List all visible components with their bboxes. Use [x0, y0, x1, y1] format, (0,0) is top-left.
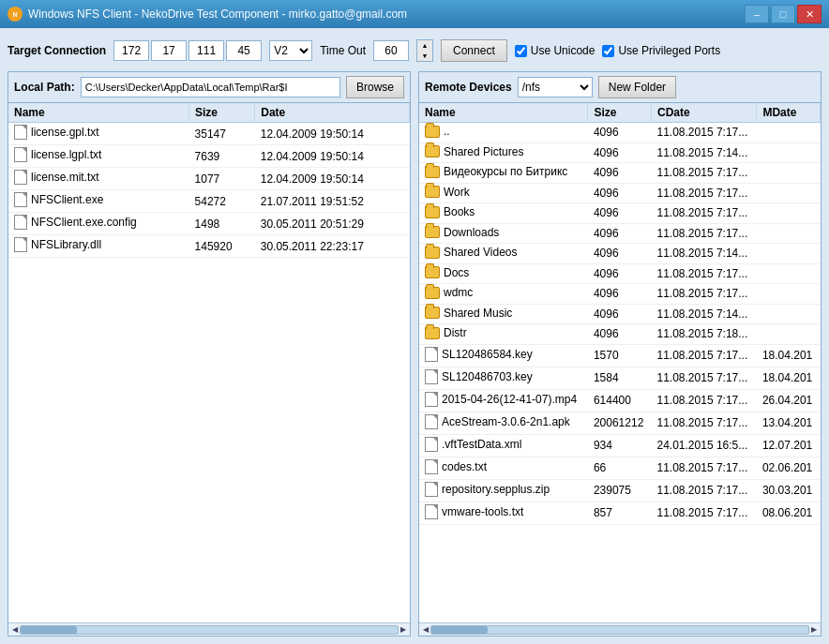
- file-cdate: 11.08.2015 7:17...: [652, 502, 757, 524]
- file-icon: [14, 237, 27, 252]
- right-file-list[interactable]: Name Size CDate MDate .. 4096 11.08.2015…: [419, 103, 821, 622]
- table-row[interactable]: NFSClient.exe 54272 21.07.2011 19:51:52: [8, 190, 410, 213]
- file-name: codes.txt: [419, 457, 588, 479]
- file-mdate: [757, 263, 821, 284]
- file-icon: [425, 437, 438, 452]
- left-panel: Local Path: Browse Name Size Date licens…: [8, 71, 411, 637]
- left-col-size: Size: [189, 103, 255, 123]
- left-col-name: Name: [8, 103, 189, 123]
- file-name: repository.sepplus.zip: [419, 479, 588, 502]
- right-h-thumb: [431, 626, 488, 634]
- top-bar: Target Connection V2 V3 Time Out ▲ ▼ Con…: [8, 36, 821, 66]
- version-select[interactable]: V2 V3: [269, 40, 312, 61]
- browse-button[interactable]: Browse: [346, 76, 404, 98]
- folder-icon: [425, 266, 440, 278]
- table-row[interactable]: license.gpl.txt 35147 12.04.2009 19:50:1…: [8, 123, 410, 145]
- file-mdate: [757, 324, 821, 345]
- close-button[interactable]: ✕: [797, 5, 821, 23]
- use-unicode-label: Use Unicode: [531, 44, 595, 57]
- left-h-thumb: [21, 626, 77, 634]
- file-cdate: 24.01.2015 16:5...: [652, 434, 757, 457]
- ip-part-1[interactable]: [113, 40, 149, 61]
- new-folder-button[interactable]: New Folder: [598, 76, 676, 98]
- left-file-table: Name Size Date license.gpl.txt 35147 12.…: [8, 103, 410, 258]
- file-name: Work: [419, 183, 588, 203]
- file-size: 1077: [189, 168, 255, 190]
- right-scroll-right-icon[interactable]: ▶: [809, 625, 819, 634]
- local-path-input[interactable]: [81, 77, 340, 97]
- use-privileged-ports-checkbox[interactable]: [602, 45, 614, 57]
- use-unicode-checkbox-group[interactable]: Use Unicode: [515, 44, 595, 57]
- file-mdate: [757, 163, 821, 184]
- table-row[interactable]: SL120486703.key 1584 11.08.2015 7:17... …: [419, 367, 821, 389]
- file-date: 12.04.2009 19:50:14: [255, 168, 410, 190]
- file-date: 30.05.2011 20:51:29: [255, 213, 410, 235]
- file-name: wdmc: [419, 284, 588, 305]
- table-row[interactable]: .. 4096 11.08.2015 7:17...: [419, 123, 821, 143]
- table-row[interactable]: Downloads 4096 11.08.2015 7:17...: [419, 223, 821, 244]
- folder-icon: [425, 226, 440, 238]
- left-scroll-left-icon[interactable]: ◀: [10, 625, 20, 634]
- use-privileged-ports-checkbox-group[interactable]: Use Privileged Ports: [602, 44, 720, 57]
- file-date: 12.04.2009 19:50:14: [255, 145, 410, 168]
- table-row[interactable]: repository.sepplus.zip 239075 11.08.2015…: [419, 479, 821, 502]
- file-date: 30.05.2011 22:23:17: [255, 235, 410, 258]
- file-name: Видеокурсы по Битрикс: [419, 163, 588, 184]
- table-row[interactable]: SL120486584.key 1570 11.08.2015 7:17... …: [419, 344, 821, 367]
- file-icon: [425, 482, 438, 497]
- table-row[interactable]: Books 4096 11.08.2015 7:17...: [419, 203, 821, 224]
- connect-button[interactable]: Connect: [441, 39, 507, 62]
- file-mdate: [757, 284, 821, 305]
- right-scroll-left-icon[interactable]: ◀: [421, 625, 430, 634]
- timeout-spinner[interactable]: ▲ ▼: [416, 39, 433, 62]
- file-size: 1498: [189, 213, 255, 235]
- table-row[interactable]: NFSClient.exe.config 1498 30.05.2011 20:…: [8, 213, 410, 235]
- table-row[interactable]: 2015-04-26(12-41-07).mp4 614400 11.08.20…: [419, 389, 821, 412]
- file-size: 1584: [588, 367, 652, 389]
- timeout-input[interactable]: [373, 40, 409, 61]
- file-name: AceStream-3.0.6-2n1.apk: [419, 412, 588, 434]
- table-row[interactable]: Docs 4096 11.08.2015 7:17...: [419, 263, 821, 284]
- table-row[interactable]: Shared Pictures 4096 11.08.2015 7:14...: [419, 142, 821, 163]
- maximize-button[interactable]: □: [771, 5, 795, 23]
- file-name: license.mit.txt: [8, 168, 189, 190]
- file-name: .vftTestData.xml: [419, 434, 588, 457]
- table-row[interactable]: Distr 4096 11.08.2015 7:18...: [419, 324, 821, 345]
- left-panel-header: Local Path: Browse: [8, 72, 410, 103]
- left-h-scrollbar[interactable]: [20, 625, 399, 635]
- ip-part-3[interactable]: [188, 40, 224, 61]
- file-size: 4096: [588, 244, 652, 264]
- file-mdate: 26.04.201: [757, 389, 821, 412]
- table-row[interactable]: Shared Music 4096 11.08.2015 7:14...: [419, 304, 821, 324]
- file-mdate: [757, 183, 821, 203]
- table-row[interactable]: Shared Videos 4096 11.08.2015 7:14...: [419, 244, 821, 264]
- table-row[interactable]: license.lgpl.txt 7639 12.04.2009 19:50:1…: [8, 145, 410, 168]
- left-scroll-right-icon[interactable]: ▶: [399, 625, 408, 634]
- use-unicode-checkbox[interactable]: [515, 45, 527, 57]
- ip-part-4[interactable]: [226, 40, 262, 61]
- left-scrollbar[interactable]: ◀ ▶: [8, 622, 410, 636]
- spin-down[interactable]: ▼: [417, 51, 432, 61]
- right-h-scrollbar[interactable]: [430, 625, 809, 635]
- table-row[interactable]: vmware-tools.txt 857 11.08.2015 7:17... …: [419, 502, 821, 524]
- spin-up[interactable]: ▲: [417, 40, 432, 51]
- remote-path-select[interactable]: /nfs: [518, 77, 593, 97]
- file-name: license.lgpl.txt: [8, 145, 189, 168]
- file-icon: [14, 170, 27, 185]
- file-size: 4096: [588, 142, 652, 163]
- table-row[interactable]: license.mit.txt 1077 12.04.2009 19:50:14: [8, 168, 410, 190]
- minimize-button[interactable]: –: [745, 5, 769, 23]
- left-file-list[interactable]: Name Size Date license.gpl.txt 35147 12.…: [8, 103, 410, 622]
- right-scrollbar[interactable]: ◀ ▶: [419, 622, 821, 636]
- table-row[interactable]: NFSLibrary.dll 145920 30.05.2011 22:23:1…: [8, 235, 410, 258]
- table-row[interactable]: Видеокурсы по Битрикс 4096 11.08.2015 7:…: [419, 163, 821, 184]
- file-icon: [14, 192, 27, 207]
- folder-icon: [425, 287, 440, 299]
- file-size: 4096: [588, 324, 652, 345]
- table-row[interactable]: Work 4096 11.08.2015 7:17...: [419, 183, 821, 203]
- table-row[interactable]: codes.txt 66 11.08.2015 7:17... 02.06.20…: [419, 457, 821, 479]
- table-row[interactable]: wdmc 4096 11.08.2015 7:17...: [419, 284, 821, 305]
- table-row[interactable]: AceStream-3.0.6-2n1.apk 20061212 11.08.2…: [419, 412, 821, 434]
- ip-part-2[interactable]: [151, 40, 187, 61]
- table-row[interactable]: .vftTestData.xml 934 24.01.2015 16:5... …: [419, 434, 821, 457]
